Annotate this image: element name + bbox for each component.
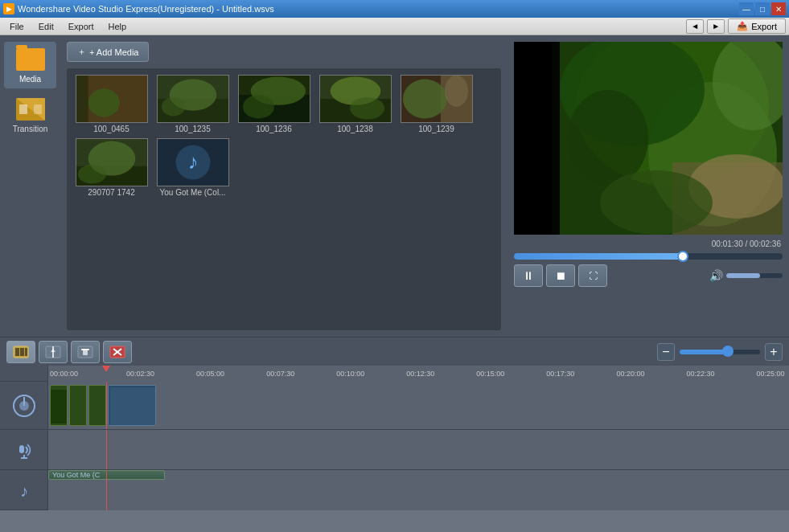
menu-edit[interactable]: Edit xyxy=(32,20,60,33)
video-track[interactable] xyxy=(48,382,789,430)
svg-point-23 xyxy=(444,76,467,107)
ruler-mark-7: 00:17:30 xyxy=(504,370,574,378)
video-clip-4[interactable] xyxy=(108,385,156,426)
media-thumb-1239 xyxy=(401,75,473,123)
svg-point-5 xyxy=(88,88,119,117)
menu-file[interactable]: File xyxy=(3,20,31,33)
svg-text:♪: ♪ xyxy=(187,150,198,173)
music-track-label: ♪ xyxy=(0,470,47,510)
svg-rect-65 xyxy=(89,386,105,426)
preview-panel: 00:01:30 / 00:02:36 ⏸ ⏹ ⛶ 🔊 xyxy=(508,35,789,337)
add-to-timeline-button[interactable] xyxy=(6,341,35,363)
media-item-290707-1742[interactable]: 290707 1742 xyxy=(73,138,150,197)
maximize-button[interactable]: □ xyxy=(755,2,770,15)
sidebar-item-transition[interactable]: Transition xyxy=(4,92,56,138)
fullscreen-button[interactable]: ⛶ xyxy=(578,264,607,287)
zoom-out-button[interactable]: − xyxy=(657,343,675,361)
music-track-icon: ♪ xyxy=(13,479,35,501)
video-clip-2[interactable] xyxy=(69,385,87,426)
zoom-in-button[interactable]: + xyxy=(765,343,783,361)
ruler-mark-1: 00:02:30 xyxy=(78,370,154,378)
svg-point-27 xyxy=(77,165,105,183)
tracks-content: 00:00:00 00:02:30 00:05:00 00:07:30 00:1… xyxy=(48,366,789,510)
music-track[interactable]: You Got Me (C xyxy=(48,470,789,510)
remove-icon xyxy=(109,345,125,359)
nav-back-button[interactable]: ◄ xyxy=(686,19,704,34)
remove-button[interactable] xyxy=(103,341,132,363)
volume-slider[interactable] xyxy=(726,273,783,278)
playback-controls: ⏸ ⏹ ⛶ 🔊 xyxy=(514,264,783,287)
svg-rect-2 xyxy=(19,104,27,114)
svg-rect-64 xyxy=(70,386,86,426)
sidebar-item-media[interactable]: Media xyxy=(4,42,56,88)
svg-point-41 xyxy=(600,170,713,235)
ruler-mark-6: 00:15:00 xyxy=(434,370,504,378)
svg-rect-51 xyxy=(83,350,88,355)
playhead-music xyxy=(106,470,107,510)
video-track-icon xyxy=(13,395,35,417)
audio-track-label xyxy=(0,430,47,470)
time-display: 00:01:30 / 00:02:36 xyxy=(514,239,783,248)
export-icon: 📤 xyxy=(737,21,748,31)
media-item-100-1239[interactable]: 100_1239 xyxy=(398,75,475,133)
volume-fill xyxy=(726,273,760,278)
timeline-main: ♪ 00:00:00 00:02:30 00:05:00 00:07:30 00… xyxy=(0,366,789,510)
fullscreen-icon: ⛶ xyxy=(589,271,598,280)
svg-point-40 xyxy=(568,90,648,186)
add-timeline-icon xyxy=(13,345,29,359)
audio-track[interactable] xyxy=(48,430,789,470)
media-item-100-1238[interactable]: 100_1238 xyxy=(317,75,393,133)
timeline-toolbar: − + xyxy=(0,337,789,366)
video-clip-3[interactable] xyxy=(88,385,106,426)
nav-fwd-button[interactable]: ► xyxy=(707,19,725,34)
media-label-you-got-me: You Got Me (Col... xyxy=(160,188,226,197)
stop-button[interactable]: ⏹ xyxy=(546,264,575,287)
menu-export[interactable]: Export xyxy=(62,20,101,33)
music-clip-label: You Got Me (C xyxy=(52,471,100,479)
pause-button[interactable]: ⏸ xyxy=(514,264,543,287)
current-time: 00:01:30 xyxy=(712,239,743,248)
video-clip-1[interactable] xyxy=(50,385,68,426)
export-button[interactable]: 📤 Export xyxy=(728,18,786,34)
ruler-mark-5: 00:12:30 xyxy=(364,370,434,378)
media-item-you-got-me[interactable]: ♪ You Got Me (Col... xyxy=(154,138,231,197)
menu-help[interactable]: Help xyxy=(102,20,134,33)
content-panel: ＋ + Add Media 100_0465 xyxy=(60,35,508,337)
close-button[interactable]: ✕ xyxy=(771,2,786,15)
media-label-100-0465: 100_0465 xyxy=(93,125,129,133)
add-media-button[interactable]: ＋ + Add Media xyxy=(67,42,149,62)
split-button[interactable] xyxy=(39,341,68,363)
transition-icon xyxy=(16,96,45,122)
zoom-control: − + xyxy=(657,343,783,361)
svg-rect-44 xyxy=(20,348,24,356)
zoom-slider[interactable] xyxy=(680,350,760,354)
zoom-fill xyxy=(680,350,728,354)
ruler-mark-2: 00:05:00 xyxy=(154,370,224,378)
svg-rect-45 xyxy=(25,348,27,356)
zoom-thumb[interactable] xyxy=(722,346,734,357)
menu-bar: File Edit Export Help ◄ ► 📤 Export xyxy=(0,18,789,35)
svg-point-15 xyxy=(242,95,273,118)
minimize-button[interactable]: — xyxy=(739,2,754,15)
media-thumb-music: ♪ xyxy=(157,138,229,186)
media-label-100-1236: 100_1236 xyxy=(256,125,292,133)
playhead-video xyxy=(106,382,107,429)
media-label-290707: 290707 1742 xyxy=(88,188,134,197)
progress-bar[interactable] xyxy=(514,253,783,260)
media-item-100-0465[interactable]: 100_0465 xyxy=(73,75,150,133)
video-track-label xyxy=(0,382,47,430)
media-label-100-1239: 100_1239 xyxy=(418,125,454,133)
media-icon xyxy=(16,47,45,72)
ruler-mark-11: 00:27 xyxy=(785,370,789,378)
media-label-100-1235: 100_1235 xyxy=(175,125,211,133)
stop-icon: ⏹ xyxy=(555,269,566,282)
sidebar-label-media: Media xyxy=(19,75,41,84)
video-preview xyxy=(514,42,783,235)
delete-icon xyxy=(77,345,93,359)
progress-thumb[interactable] xyxy=(677,251,688,262)
media-item-100-1236[interactable]: 100_1236 xyxy=(236,75,312,133)
window-controls: — □ ✕ xyxy=(739,2,786,15)
delete-button[interactable] xyxy=(71,341,100,363)
plus-icon: ＋ xyxy=(77,46,86,58)
media-item-100-1235[interactable]: 100_1235 xyxy=(154,75,231,133)
